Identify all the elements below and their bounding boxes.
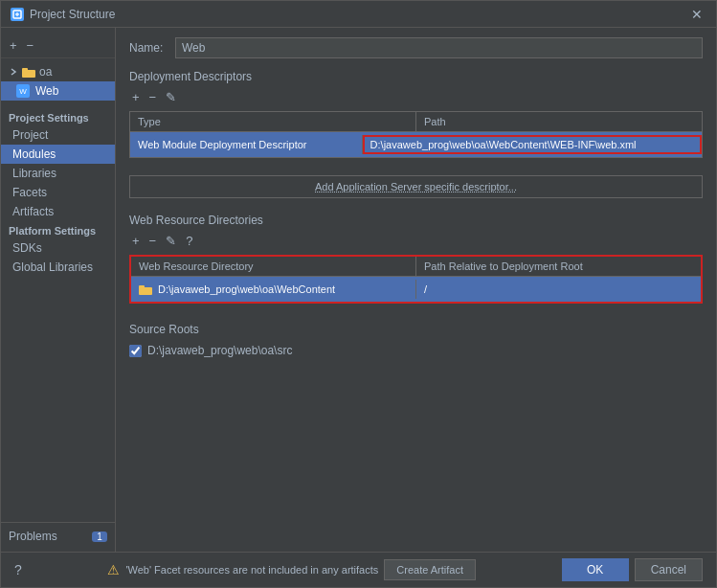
deployment-descriptors-header: Type Path [130,112,702,132]
title-bar: Project Structure ✕ [1,1,716,28]
source-root-row-0: D:\javaweb_prog\web\oa\src [129,342,703,359]
add-descriptor-button[interactable]: + [129,89,143,105]
sdks-label: SDKs [12,241,42,255]
sidebar-item-sdks[interactable]: SDKs [1,238,115,258]
ok-button[interactable]: OK [562,558,629,581]
tree-item-oa[interactable]: oa [1,62,115,81]
web-resource-header: Web Resource Directory Path Relative to … [131,257,701,277]
svg-rect-6 [139,285,145,289]
tree-web-label: Web [35,84,58,98]
main-content: + − oa W Web Project Settings Project Mo… [1,28,716,552]
deployment-descriptors-table: Type Path Web Module Deployment Descript… [129,111,703,158]
web-resource-dir-column-header: Web Resource Directory [131,257,416,276]
name-label: Name: [129,41,168,55]
sidebar: + − oa W Web Project Settings Project Mo… [1,28,116,552]
sidebar-item-artifacts[interactable]: Artifacts [1,202,115,221]
chevron-right-icon [9,67,18,77]
web-resource-table: Web Resource Directory Path Relative to … [129,255,703,304]
web-resource-folder-icon [139,284,152,295]
modules-label: Modules [12,147,56,161]
edit-descriptor-button[interactable]: ✎ [163,89,179,105]
warning-text: 'Web' Facet resources are not included i… [125,564,378,576]
sidebar-item-facets[interactable]: Facets [1,183,115,202]
source-root-checkbox-0[interactable] [129,345,142,357]
web-resource-toolbar: + − ✎ ? [129,233,703,249]
project-structure-dialog: Project Structure ✕ + − oa W Web Project… [0,0,717,588]
global-libraries-label: Global Libraries [12,260,93,274]
sidebar-bottom: Problems 1 [1,522,115,546]
descriptor-type-cell: Web Module Deployment Descriptor [130,135,363,154]
add-web-resource-button[interactable]: + [129,233,143,249]
problems-label: Problems [9,530,57,543]
help-button[interactable]: ? [14,562,22,577]
dialog-title: Project Structure [30,8,115,21]
path-relative-column-header: Path Relative to Deployment Root [416,257,701,276]
web-resource-dir-cell: D:\javaweb_prog\web\oa\WebContent [131,280,416,300]
sidebar-item-libraries[interactable]: Libraries [1,164,115,183]
sidebar-item-problems[interactable]: Problems 1 [1,527,115,546]
help-web-resource-button[interactable]: ? [183,233,195,249]
right-panel: Name: Deployment Descriptors + − ✎ Type … [116,28,716,552]
sidebar-divider [1,101,115,108]
add-module-button[interactable]: + [7,37,20,54]
libraries-label: Libraries [12,167,56,180]
bottom-buttons: OK Cancel [562,558,703,581]
remove-descriptor-button[interactable]: − [146,89,160,105]
close-button[interactable]: ✕ [687,7,706,22]
create-artifact-button[interactable]: Create Artifact [384,559,476,580]
web-resource-directories-title: Web Resource Directories [129,214,703,227]
source-root-path-0: D:\javaweb_prog\web\oa\src [147,344,292,357]
descriptor-row-0[interactable]: Web Module Deployment Descriptor D:\java… [130,132,702,157]
source-roots-title: Source Roots [129,323,703,336]
deployment-descriptors-toolbar: + − ✎ [129,89,703,105]
sidebar-item-modules[interactable]: Modules [1,145,115,164]
warning-icon: ⚠ [107,562,120,577]
project-label: Project [12,128,48,142]
bottom-bar: ? ⚠ 'Web' Facet resources are not includ… [1,552,716,587]
platform-settings-label: Platform Settings [1,221,115,238]
svg-rect-4 [22,68,28,72]
deployment-descriptors-title: Deployment Descriptors [129,70,703,83]
facets-label: Facets [12,186,47,199]
web-module-icon: W [16,84,30,98]
name-input[interactable] [175,37,703,58]
tree-oa-label: oa [39,65,52,79]
title-bar-left: Project Structure [11,8,115,21]
tree-item-web[interactable]: W Web [1,81,115,101]
name-row: Name: [129,37,703,58]
project-settings-label: Project Settings [1,108,115,125]
folder-icon [22,67,35,78]
sidebar-item-global-libraries[interactable]: Global Libraries [1,258,115,277]
source-roots-section: Source Roots D:\javaweb_prog\web\oa\src [129,323,703,365]
web-resource-section: Web Resource Directories + − ✎ ? Web Res… [129,214,703,313]
artifacts-label: Artifacts [12,205,54,218]
remove-web-resource-button[interactable]: − [146,233,160,249]
sidebar-toolbar: + − [1,34,115,58]
dialog-icon [11,8,24,21]
sidebar-item-project[interactable]: Project [1,125,115,145]
edit-web-resource-button[interactable]: ✎ [163,233,179,249]
type-column-header: Type [130,112,416,131]
descriptor-path-cell: D:\javaweb_prog\web\oa\WebContent\WEB-IN… [363,135,702,154]
remove-module-button[interactable]: − [24,37,37,54]
web-resource-row-0[interactable]: D:\javaweb_prog\web\oa\WebContent / [131,277,701,302]
web-resource-path-relative-cell: / [416,280,701,299]
problems-badge: 1 [92,531,107,542]
path-column-header: Path [416,112,702,131]
cancel-button[interactable]: Cancel [635,558,703,581]
warning-row: ⚠ 'Web' Facet resources are not included… [107,559,476,580]
bottom-left: ? [14,562,22,577]
add-app-server-descriptor-button[interactable]: Add Application Server specific descript… [129,175,703,198]
